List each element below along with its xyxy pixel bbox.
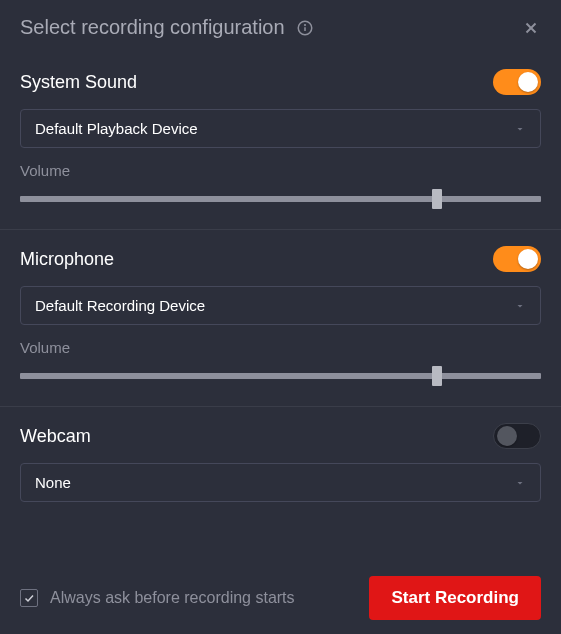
system-sound-device-value: Default Playback Device: [35, 120, 514, 137]
system-sound-volume-label: Volume: [20, 162, 541, 179]
chevron-down-icon: [514, 123, 526, 135]
always-ask-label: Always ask before recording starts: [50, 589, 295, 607]
microphone-section: Microphone Default Recording Device Volu…: [0, 230, 561, 407]
chevron-down-icon: [514, 300, 526, 312]
close-icon[interactable]: [521, 18, 541, 38]
start-recording-button[interactable]: Start Recording: [369, 576, 541, 620]
slider-thumb[interactable]: [432, 189, 442, 209]
microphone-title: Microphone: [20, 249, 114, 270]
chevron-down-icon: [514, 477, 526, 489]
microphone-device-value: Default Recording Device: [35, 297, 514, 314]
svg-point-2: [304, 24, 305, 25]
system-sound-section: System Sound Default Playback Device Vol…: [0, 53, 561, 230]
webcam-toggle[interactable]: [493, 423, 541, 449]
microphone-volume-slider[interactable]: [20, 366, 541, 386]
system-sound-title: System Sound: [20, 72, 137, 93]
dialog-title: Select recording configuration: [20, 16, 285, 39]
webcam-device-dropdown[interactable]: None: [20, 463, 541, 502]
microphone-toggle[interactable]: [493, 246, 541, 272]
system-sound-device-dropdown[interactable]: Default Playback Device: [20, 109, 541, 148]
webcam-title: Webcam: [20, 426, 91, 447]
webcam-device-value: None: [35, 474, 514, 491]
info-icon[interactable]: [295, 18, 315, 38]
system-sound-volume-slider[interactable]: [20, 189, 541, 209]
microphone-volume-label: Volume: [20, 339, 541, 356]
slider-thumb[interactable]: [432, 366, 442, 386]
webcam-section: Webcam None: [0, 407, 561, 530]
dialog-header: Select recording configuration: [0, 0, 561, 53]
microphone-device-dropdown[interactable]: Default Recording Device: [20, 286, 541, 325]
system-sound-toggle[interactable]: [493, 69, 541, 95]
always-ask-checkbox[interactable]: [20, 589, 38, 607]
dialog-footer: Always ask before recording starts Start…: [20, 576, 541, 620]
